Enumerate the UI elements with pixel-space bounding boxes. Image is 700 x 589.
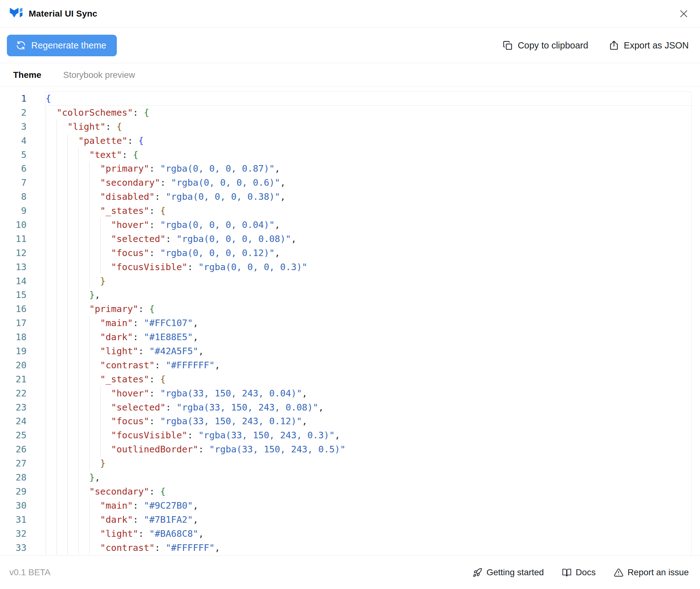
close-button[interactable] bbox=[677, 7, 691, 21]
code-content[interactable]: "palette": { bbox=[46, 134, 691, 148]
export-as-json-button[interactable]: Export as JSON bbox=[609, 40, 689, 51]
code-line-32[interactable]: 32 "light": "#BA68C8", bbox=[0, 527, 691, 541]
code-content[interactable]: "focusVisible": "rgba(33, 150, 243, 0.3)… bbox=[46, 428, 691, 442]
code-content[interactable]: "contrast": "#FFFFFF", bbox=[46, 541, 691, 555]
tab-storybook-preview[interactable]: Storybook preview bbox=[63, 70, 135, 80]
theme-json-editor[interactable]: 1{2 "colorSchemes": {3 "light": {4 "pale… bbox=[0, 87, 700, 556]
line-number: 25 bbox=[0, 428, 27, 442]
token-key: "light" bbox=[67, 121, 105, 132]
code-content[interactable]: "light": "#BA68C8", bbox=[46, 527, 691, 541]
code-line-19[interactable]: 19 "light": "#42A5F5", bbox=[0, 344, 691, 358]
code-line-15[interactable]: 15 }, bbox=[0, 288, 691, 302]
editor-scrollbar-gutter[interactable] bbox=[691, 91, 692, 556]
docs-link[interactable]: Docs bbox=[562, 567, 596, 577]
token-p: , bbox=[193, 500, 198, 511]
code-line-13[interactable]: 13 "focusVisible": "rgba(0, 0, 0, 0.3)" bbox=[0, 260, 691, 274]
indent-guide bbox=[46, 288, 46, 302]
indent-guide bbox=[46, 260, 46, 274]
token-p: , bbox=[95, 289, 100, 300]
code-line-3[interactable]: 3 "light": { bbox=[0, 120, 691, 134]
code-content[interactable]: }, bbox=[46, 288, 691, 302]
code-content[interactable]: "main": "#9C27B0", bbox=[46, 499, 691, 513]
code-content[interactable]: "disabled": "rgba(0, 0, 0, 0.38)", bbox=[46, 190, 691, 204]
code-line-5[interactable]: 5 "text": { bbox=[0, 148, 691, 162]
code-content[interactable]: "main": "#FFC107", bbox=[46, 316, 691, 330]
code-content[interactable]: "text": { bbox=[46, 148, 691, 162]
code-content[interactable]: "outlinedBorder": "rgba(33, 150, 243, 0.… bbox=[46, 442, 691, 456]
code-line-22[interactable]: 22 "hover": "rgba(33, 150, 243, 0.04)", bbox=[0, 386, 691, 400]
token-p: , bbox=[215, 542, 220, 553]
code-line-9[interactable]: 9 "_states": { bbox=[0, 204, 691, 218]
code-line-31[interactable]: 31 "dark": "#7B1FA2", bbox=[0, 513, 691, 527]
code-line-30[interactable]: 30 "main": "#9C27B0", bbox=[0, 499, 691, 513]
code-line-16[interactable]: 16 "primary": { bbox=[0, 302, 691, 316]
copy-to-clipboard-button[interactable]: Copy to clipboard bbox=[502, 40, 588, 51]
code-content[interactable]: "dark": "#1E88E5", bbox=[46, 330, 691, 344]
code-line-4[interactable]: 4 "palette": { bbox=[0, 134, 691, 148]
code-content[interactable]: "light": "#42A5F5", bbox=[46, 344, 691, 358]
code-content[interactable]: "secondary": { bbox=[46, 484, 691, 499]
code-content[interactable]: "hover": "rgba(33, 150, 243, 0.04)", bbox=[46, 386, 691, 400]
code-line-25[interactable]: 25 "focusVisible": "rgba(33, 150, 243, 0… bbox=[0, 428, 691, 442]
code-content[interactable]: "hover": "rgba(0, 0, 0, 0.04)", bbox=[46, 218, 691, 232]
code-line-18[interactable]: 18 "dark": "#1E88E5", bbox=[0, 330, 691, 344]
code-content[interactable]: }, bbox=[46, 470, 691, 484]
code-content[interactable]: { bbox=[46, 91, 691, 106]
code-content[interactable]: "dark": "#7B1FA2", bbox=[46, 513, 691, 527]
indent-guide bbox=[78, 386, 79, 400]
code-content[interactable]: "contrast": "#FFFFFF", bbox=[46, 358, 691, 372]
code-line-10[interactable]: 10 "hover": "rgba(0, 0, 0, 0.04)", bbox=[0, 218, 691, 232]
code-line-17[interactable]: 17 "main": "#FFC107", bbox=[0, 316, 691, 330]
code-line-2[interactable]: 2 "colorSchemes": { bbox=[0, 106, 691, 120]
code-line-24[interactable]: 24 "focus": "rgba(33, 150, 243, 0.12)", bbox=[0, 414, 691, 428]
code-line-12[interactable]: 12 "focus": "rgba(0, 0, 0, 0.12)", bbox=[0, 246, 691, 260]
indent-guide bbox=[46, 246, 46, 260]
code-content[interactable]: "focusVisible": "rgba(0, 0, 0, 0.3)" bbox=[46, 260, 691, 274]
code-line-1[interactable]: 1{ bbox=[0, 91, 691, 106]
code-content[interactable]: "secondary": "rgba(0, 0, 0, 0.6)", bbox=[46, 176, 691, 190]
report-issue-link[interactable]: Report an issue bbox=[614, 567, 689, 577]
getting-started-link[interactable]: Getting started bbox=[472, 567, 544, 577]
indent-guide bbox=[89, 316, 90, 330]
code-content[interactable]: "primary": { bbox=[46, 302, 691, 316]
token-p: : bbox=[165, 233, 177, 244]
indent-guide bbox=[56, 344, 57, 358]
code-line-29[interactable]: 29 "secondary": { bbox=[0, 484, 691, 499]
code-line-14[interactable]: 14 } bbox=[0, 274, 691, 288]
code-content[interactable]: "light": { bbox=[46, 120, 691, 134]
code-content[interactable]: "primary": "rgba(0, 0, 0, 0.87)", bbox=[46, 162, 691, 176]
indent-guide bbox=[89, 513, 90, 527]
code-content[interactable]: "focus": "rgba(33, 150, 243, 0.12)", bbox=[46, 414, 691, 428]
code-line-7[interactable]: 7 "secondary": "rgba(0, 0, 0, 0.6)", bbox=[0, 176, 691, 190]
code-content[interactable]: "selected": "rgba(0, 0, 0, 0.08)", bbox=[46, 232, 691, 246]
code-line-20[interactable]: 20 "contrast": "#FFFFFF", bbox=[0, 358, 691, 372]
code-content[interactable]: "focus": "rgba(0, 0, 0, 0.12)", bbox=[46, 246, 691, 260]
code-content[interactable]: "selected": "rgba(33, 150, 243, 0.08)", bbox=[46, 400, 691, 415]
indent-guide bbox=[67, 288, 68, 302]
code-line-11[interactable]: 11 "selected": "rgba(0, 0, 0, 0.08)", bbox=[0, 232, 691, 246]
regenerate-theme-button[interactable]: Regenerate theme bbox=[7, 35, 117, 56]
indent-guide bbox=[46, 527, 46, 541]
code-content[interactable]: } bbox=[46, 274, 691, 288]
code-line-8[interactable]: 8 "disabled": "rgba(0, 0, 0, 0.38)", bbox=[0, 190, 691, 204]
token-key: "focus" bbox=[111, 416, 149, 426]
indent-guide bbox=[67, 232, 68, 246]
code-line-26[interactable]: 26 "outlinedBorder": "rgba(33, 150, 243,… bbox=[0, 442, 691, 456]
code-content[interactable]: } bbox=[46, 456, 691, 470]
indent-guide bbox=[89, 386, 90, 400]
sync-icon bbox=[16, 40, 26, 51]
token-p: : bbox=[138, 528, 149, 539]
code-line-27[interactable]: 27 } bbox=[0, 456, 691, 470]
code-content[interactable]: "_states": { bbox=[46, 204, 691, 218]
code-content[interactable]: "_states": { bbox=[46, 372, 691, 386]
code-content[interactable]: "colorSchemes": { bbox=[46, 106, 691, 120]
token-b2: } bbox=[89, 472, 95, 483]
code-line-28[interactable]: 28 }, bbox=[0, 470, 691, 484]
code-line-6[interactable]: 6 "primary": "rgba(0, 0, 0, 0.87)", bbox=[0, 162, 691, 176]
code-line-23[interactable]: 23 "selected": "rgba(33, 150, 243, 0.08)… bbox=[0, 400, 691, 415]
tab-theme[interactable]: Theme bbox=[13, 70, 41, 80]
code-line-21[interactable]: 21 "_states": { bbox=[0, 372, 691, 386]
token-key: "focusVisible" bbox=[111, 430, 188, 440]
code-line-33[interactable]: 33 "contrast": "#FFFFFF", bbox=[0, 541, 691, 555]
indent-guide bbox=[78, 190, 79, 204]
